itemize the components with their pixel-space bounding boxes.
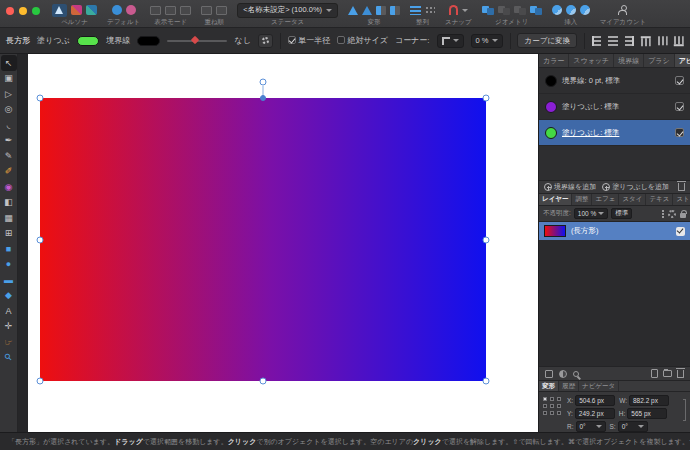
lock-icon[interactable] — [680, 213, 686, 218]
anchor-point-selector[interactable] — [543, 397, 563, 417]
corner-tool[interactable]: ◟ — [1, 117, 17, 133]
tab-effects[interactable]: エフェ — [592, 194, 619, 205]
rotation-field[interactable]: 0° — [576, 421, 606, 432]
align-right-icon[interactable] — [625, 36, 635, 46]
boolean-add-icon[interactable] — [482, 6, 494, 15]
layer-row-rectangle[interactable]: (長方形) — [539, 222, 690, 240]
document-status-dropdown[interactable]: <名称未設定> (100.0%) — [237, 3, 338, 18]
layer-visibility-checkbox[interactable] — [676, 227, 685, 236]
w-field[interactable]: 882.2 px — [629, 395, 669, 406]
visibility-checkbox[interactable] — [675, 102, 684, 111]
selection-handle-bottom-right[interactable] — [483, 378, 490, 385]
node-tool[interactable]: ▷ — [1, 86, 17, 102]
rounded-rectangle-tool[interactable]: ▬ — [1, 272, 17, 288]
synchronise-defaults-icon[interactable] — [112, 5, 122, 15]
color-picker-tool[interactable]: ✛ — [1, 319, 17, 335]
align-left-icon[interactable] — [592, 36, 602, 46]
tab-stroke[interactable]: 境界線 — [614, 54, 644, 67]
visibility-checkbox[interactable] — [675, 128, 684, 137]
x-field[interactable]: 504.6 px — [575, 395, 615, 406]
zoom-window-button[interactable] — [32, 7, 40, 15]
tab-layers[interactable]: レイヤー — [539, 194, 572, 205]
selection-handle-top-right[interactable] — [483, 95, 490, 102]
align-center-icon[interactable] — [608, 36, 617, 46]
flip-horizontal-icon[interactable] — [348, 6, 358, 15]
convert-to-curves-button[interactable]: カーブに変換 — [517, 33, 577, 48]
move-backward-icon[interactable] — [216, 6, 227, 15]
snapping-magnet-icon[interactable] — [449, 5, 458, 15]
gear-icon[interactable] — [668, 210, 676, 218]
layers-list[interactable]: (長方形) — [539, 222, 690, 366]
more-options-icon[interactable] — [662, 210, 664, 218]
stroke-properties-button[interactable] — [258, 34, 273, 48]
color-tool[interactable]: ◉ — [1, 179, 17, 195]
place-image-tool[interactable]: ▦ — [1, 210, 17, 226]
pencil-tool[interactable]: ✎ — [1, 148, 17, 164]
stroke-color-swatch[interactable] — [137, 36, 160, 46]
tab-styles[interactable]: スタイ — [619, 194, 646, 205]
tab-brushes[interactable]: ブラシ — [644, 54, 675, 67]
blend-mode-dropdown[interactable]: 標準 — [611, 208, 632, 219]
zoom-tool[interactable]: ⚲ — [1, 350, 17, 366]
new-layer-icon[interactable] — [651, 369, 658, 378]
insert-inside-icon[interactable] — [552, 5, 562, 15]
move-forward-icon[interactable] — [201, 6, 212, 15]
hand-tool[interactable]: ☞ — [1, 334, 17, 350]
rectangle-tool[interactable]: ■ — [1, 241, 17, 257]
point-transform-tool[interactable]: ◎ — [1, 102, 17, 118]
add-fill-button[interactable]: 塗りつぶしを追加 — [602, 182, 669, 192]
split-view-icon[interactable] — [165, 6, 176, 15]
tab-color[interactable]: カラー — [539, 54, 569, 67]
rotation-handle[interactable] — [260, 79, 267, 86]
distribute-icon[interactable] — [425, 6, 435, 15]
h-field[interactable]: 565 px — [627, 408, 667, 419]
pixel-view-icon[interactable] — [180, 6, 191, 15]
corner-type-dropdown[interactable] — [437, 34, 464, 48]
tab-text-styles[interactable]: テキス — [646, 194, 673, 205]
vector-crop-tool[interactable]: ⊞ — [1, 226, 17, 242]
y-field[interactable]: 249.2 px — [575, 408, 615, 419]
link-dimensions-icon[interactable] — [683, 399, 686, 421]
designer-persona-icon[interactable] — [52, 4, 67, 17]
snap-options-chevron-icon[interactable] — [462, 9, 468, 12]
boolean-intersect-icon[interactable] — [514, 6, 526, 15]
fill-color-swatch[interactable] — [77, 36, 100, 46]
selection-handle-top-left[interactable] — [37, 95, 44, 102]
close-window-button[interactable] — [6, 7, 14, 15]
tab-swatches[interactable]: スウォッチ — [569, 54, 614, 67]
rotate-ccw-icon[interactable] — [376, 6, 386, 15]
align-middle-icon[interactable] — [658, 36, 668, 45]
align-bottom-icon[interactable] — [674, 36, 684, 46]
single-radius-checkbox[interactable]: 単一半径 — [288, 35, 330, 46]
boolean-divide-icon[interactable] — [530, 6, 542, 15]
visibility-checkbox[interactable] — [675, 76, 684, 85]
alignment-icon[interactable] — [410, 6, 421, 15]
vector-brush-tool[interactable]: ✐ — [1, 164, 17, 180]
edit-all-layers-icon[interactable] — [573, 371, 579, 377]
add-stroke-button[interactable]: 境界線を追加 — [544, 182, 596, 192]
flip-vertical-icon[interactable] — [362, 6, 372, 15]
corner-radius-field[interactable]: 0 % — [471, 34, 503, 48]
pixel-persona-icon[interactable] — [71, 5, 82, 15]
tab-adjustments[interactable]: 調整 — [572, 194, 592, 205]
new-group-icon[interactable] — [663, 370, 672, 377]
trash-icon[interactable] — [678, 183, 685, 191]
selection-handle-top-center[interactable] — [260, 95, 266, 101]
appearance-item-fill-2[interactable]: 塗りつぶし: 標準 — [539, 120, 690, 146]
selection-handle-bottom-center[interactable] — [260, 378, 267, 385]
rotate-cw-icon[interactable] — [390, 6, 400, 15]
stroke-width-slider[interactable] — [167, 40, 227, 42]
text-tool[interactable]: A — [1, 303, 17, 319]
pen-tool[interactable]: ✒ — [1, 133, 17, 149]
delete-layer-icon[interactable] — [677, 370, 684, 378]
selection-handle-bottom-left[interactable] — [37, 378, 44, 385]
insert-behind-icon[interactable] — [566, 5, 576, 15]
tab-history[interactable]: 履歴 — [559, 381, 579, 391]
move-tool[interactable]: ↖ — [1, 55, 17, 71]
export-persona-icon[interactable] — [86, 5, 97, 15]
canvas[interactable] — [18, 54, 538, 432]
tab-appearance[interactable]: アピアランス — [675, 54, 690, 67]
outline-view-icon[interactable] — [150, 6, 161, 15]
shear-field[interactable]: 0° — [618, 421, 648, 432]
align-top-icon[interactable] — [641, 36, 651, 46]
